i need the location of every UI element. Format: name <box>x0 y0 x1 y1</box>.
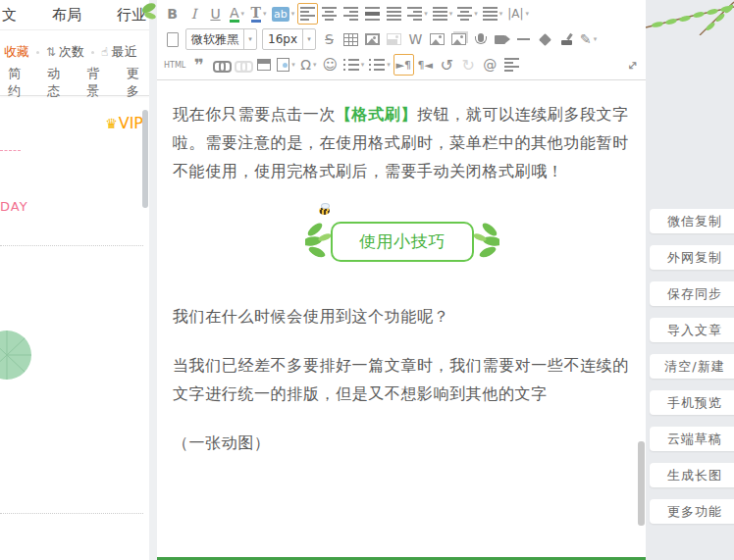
paragraph: （一张动图） <box>173 429 632 457</box>
container-box-button[interactable] <box>275 54 297 76</box>
letter-case-button[interactable]: |A| <box>505 3 531 25</box>
table-button[interactable] <box>341 28 361 50</box>
audio-button[interactable] <box>470 28 491 50</box>
align-center-icon <box>322 7 337 21</box>
bullet-list-icon <box>369 58 385 72</box>
text-style-icon: T <box>251 6 261 23</box>
phone-preview-button[interactable]: 手机预览 <box>650 390 734 415</box>
special-char-button[interactable]: Ω <box>298 54 319 76</box>
font-family-select[interactable]: 微软雅黑 ▾ <box>185 28 257 50</box>
filter-usage-count[interactable]: ⇅ 次数 <box>46 43 84 61</box>
vip-badge[interactable]: ♛ VIP <box>105 114 143 132</box>
video-icon <box>495 35 505 44</box>
eraser-icon <box>539 33 551 46</box>
strikethrough-button[interactable]: S <box>319 28 340 50</box>
bullet-list-button[interactable] <box>367 54 393 76</box>
new-doc-button[interactable] <box>162 28 183 50</box>
link-icon <box>213 61 228 70</box>
lilypad-template-thumbnail[interactable] <box>0 329 36 382</box>
framed-image-button[interactable] <box>362 28 383 50</box>
align-left-button[interactable] <box>297 3 318 25</box>
separator-dot <box>91 51 94 54</box>
align-both-button[interactable] <box>362 3 383 25</box>
filter-favorites[interactable]: 收藏 <box>4 43 29 61</box>
left-panel-scrollbar[interactable] <box>142 110 148 208</box>
category-dynamic[interactable]: 动态 <box>47 65 70 100</box>
paragraph-spacing-icon <box>483 7 498 21</box>
paragraph-ltr-button[interactable]: ►¶ <box>393 54 414 76</box>
redo-button[interactable]: ↻ <box>458 54 479 76</box>
editor-content-area[interactable]: 现在你只需要点击一次【格式刷】按钮，就可以连续刷多段文字啦。需要注意的是，在使用… <box>157 80 646 457</box>
format-brush-button[interactable] <box>556 28 577 50</box>
eraser-button[interactable] <box>535 28 555 50</box>
html-source-button[interactable]: HTML <box>162 54 187 76</box>
bold-button[interactable]: B <box>162 3 183 25</box>
highlighted-text: 【格式刷】 <box>336 105 417 124</box>
image-layers-icon <box>387 33 401 45</box>
paragraph-rtl-button[interactable]: ¶◄ <box>415 54 436 76</box>
tab-layout[interactable]: 布局 <box>52 6 81 25</box>
tip-title-button[interactable]: 使用小技巧 <box>331 222 474 262</box>
text-frame-button[interactable] <box>253 54 274 76</box>
align-justify-icon <box>387 7 401 21</box>
category-background[interactable]: 背景 <box>87 65 110 100</box>
filter-recent[interactable]: ☝ 最近 <box>101 43 136 61</box>
wechat-copy-button[interactable]: 微信复制 <box>650 209 734 233</box>
font-size-select[interactable]: 16px ▾ <box>262 28 316 50</box>
cloud-draft-button[interactable]: 云端草稿 <box>650 427 734 451</box>
font-color-icon: A <box>230 6 239 23</box>
insert-image-button[interactable] <box>427 28 447 50</box>
long-image-button[interactable]: 生成长图 <box>650 463 734 487</box>
gallery-button[interactable] <box>448 28 469 50</box>
underline-button[interactable]: U <box>205 3 226 25</box>
category-simple[interactable]: 简约 <box>8 65 30 100</box>
paragraph-spacing-button[interactable] <box>481 3 505 25</box>
ordered-list-button[interactable] <box>341 54 367 76</box>
more-functions-button[interactable]: 更多功能 <box>650 499 734 524</box>
video-button[interactable] <box>492 28 512 50</box>
fullscreen-button[interactable]: ↔ <box>622 54 643 76</box>
external-copy-button[interactable]: 外网复制 <box>650 245 734 270</box>
ordered-list-icon <box>343 58 359 72</box>
letter-spacing-button[interactable] <box>455 3 480 25</box>
indent-button[interactable] <box>405 3 430 25</box>
summary-button[interactable] <box>501 54 522 76</box>
font-color-button[interactable]: A <box>227 3 247 25</box>
magic-wand-button[interactable]: ✎ <box>578 28 599 50</box>
align-justify-button[interactable] <box>384 3 404 25</box>
toolbar-row-3: HTML ❞ Ω ☺ ►¶ ¶◄ ↺ ↻ @ ↔ <box>162 52 643 77</box>
undo-button[interactable]: ↺ <box>437 54 457 76</box>
link-button[interactable] <box>210 54 231 76</box>
line-height-button[interactable] <box>431 3 455 25</box>
search-replace-button[interactable]: @ <box>480 54 500 76</box>
template-day-label: DAY <box>0 199 28 214</box>
paragraph: 我们在什么时候会使用到这个功能呢？ <box>173 302 632 331</box>
toolbar-row-1: B I U A T ab |A| <box>162 1 643 26</box>
word-import-button[interactable]: W <box>405 28 426 50</box>
panel-gap <box>149 0 157 560</box>
text-frame-icon <box>257 59 271 71</box>
letter-spacing-icon <box>457 7 472 21</box>
image-layers-button[interactable] <box>384 28 404 50</box>
horizontal-rule-icon <box>517 38 530 40</box>
save-sync-button[interactable]: 保存同步 <box>650 281 734 306</box>
import-article-button[interactable]: 导入文章 <box>650 318 734 342</box>
font-family-value: 微软雅黑 <box>186 31 243 48</box>
horizontal-rule-button[interactable] <box>513 28 534 50</box>
clear-new-button[interactable]: 清空/新建 <box>650 354 734 379</box>
align-right-button[interactable] <box>341 3 361 25</box>
category-more[interactable]: 更多 <box>127 65 149 100</box>
table-icon <box>343 33 358 46</box>
unlink-button[interactable] <box>232 54 252 76</box>
align-center-button[interactable] <box>319 3 340 25</box>
highlight-button[interactable]: ab <box>270 3 296 25</box>
hand-icon: ☝ <box>101 45 108 59</box>
italic-button[interactable]: I <box>184 3 204 25</box>
emoji-button[interactable]: ☺ <box>320 54 341 76</box>
text-style-button[interactable]: T <box>248 3 269 25</box>
blockquote-button[interactable]: ❞ <box>188 54 209 76</box>
tab-partial[interactable]: 文 <box>2 6 17 25</box>
vip-label: VIP <box>119 114 143 132</box>
editor-scrollbar[interactable] <box>638 441 645 526</box>
left-panel-tabs: 文 布局 行业 <box>0 0 149 30</box>
